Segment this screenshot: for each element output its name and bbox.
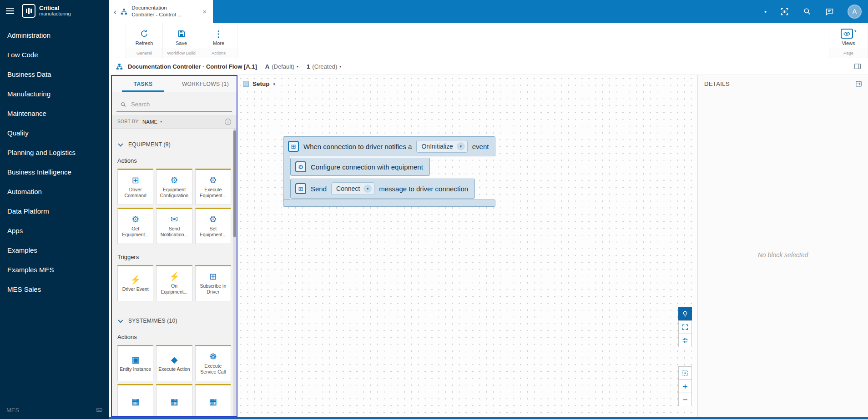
- search-icon[interactable]: [802, 7, 812, 16]
- back-chevron-icon[interactable]: ‹: [114, 7, 116, 16]
- task-card[interactable]: ▦: [195, 384, 231, 416]
- entity-instance-icon: ▣: [131, 355, 140, 364]
- panel-toggle-icon[interactable]: [853, 62, 862, 70]
- toolbar-group-general: Refresh General: [126, 23, 163, 58]
- task-card[interactable]: ▣Entity Instance: [117, 345, 153, 381]
- task-card-label: Get Equipment...: [118, 226, 153, 237]
- task-card[interactable]: ⚙Get Equipment...: [117, 208, 153, 244]
- set-equipment-icon: ⚙: [209, 215, 217, 224]
- task-card[interactable]: ⊞Subscribe in Driver: [195, 265, 231, 301]
- save-icon: [177, 29, 186, 39]
- task-card[interactable]: ✉Send Notification...: [156, 208, 192, 244]
- sidebar-item-apps[interactable]: Apps: [0, 221, 109, 240]
- chevron-down-icon: ▾: [297, 65, 298, 69]
- zoom-in-button[interactable]: +: [678, 379, 692, 393]
- close-icon[interactable]: ×: [201, 7, 208, 16]
- sidebar-item-manufacturing[interactable]: Manufacturing: [0, 84, 109, 104]
- group-title: Actions: [112, 151, 237, 169]
- block-spine: [283, 155, 290, 201]
- sidebar-item-examples[interactable]: Examples: [0, 240, 109, 260]
- version-selector[interactable]: A (Default) ▾: [265, 63, 298, 70]
- sidebar-item-administration[interactable]: Administration: [0, 25, 109, 45]
- flow-selector[interactable]: Setup ▾: [243, 80, 275, 87]
- section-header-equipment-9-[interactable]: EQUIPMENT (9): [112, 129, 237, 151]
- document-tab[interactable]: ‹ Documentation Controller - Control ...…: [109, 0, 213, 23]
- refresh-button[interactable]: Refresh: [126, 23, 162, 49]
- task-card[interactable]: ⚙Set Equipment...: [195, 208, 231, 244]
- refresh-label: Refresh: [136, 40, 153, 46]
- sidebar-item-examples-mes[interactable]: Examples MES: [0, 260, 109, 279]
- revision-value: 1: [307, 63, 310, 70]
- sidebar-item-business-data[interactable]: Business Data: [0, 65, 109, 84]
- chat-icon[interactable]: [825, 7, 834, 16]
- expand-panel-icon[interactable]: [855, 80, 863, 88]
- section-title: SYSTEM/MES (10): [128, 318, 177, 324]
- tasks-scrollbar-thumb[interactable]: [233, 130, 236, 237]
- task-card[interactable]: ☸Execute Service Call: [195, 345, 231, 381]
- scanner-icon[interactable]: [780, 7, 789, 16]
- task-card[interactable]: ◆Execute Action: [156, 345, 192, 381]
- tab-title-line1: Documentation: [131, 5, 197, 11]
- sidebar-item-maintenance[interactable]: Maintenance: [0, 104, 109, 123]
- trigger-block[interactable]: ⊞ When connection to driver notifies a O…: [283, 136, 495, 156]
- workflow-icon: [120, 8, 128, 15]
- task-card[interactable]: ⚙Execute Equipment...: [195, 169, 231, 205]
- task-card[interactable]: ⚡Driver Event: [117, 265, 153, 301]
- brand-light: manufacturing: [39, 11, 71, 17]
- zoom-out-button[interactable]: −: [678, 393, 692, 406]
- collapse-all-button[interactable]: [678, 334, 692, 347]
- tab-tasks[interactable]: TASKS: [112, 76, 174, 92]
- task-grid: ⚡Driver Event⚡On Equipment...⊞Subscribe …: [112, 265, 237, 301]
- sidebar-item-planning-and-logistics[interactable]: Planning and Logistics: [0, 143, 109, 162]
- on-equipment-icon: ⚡: [169, 272, 180, 281]
- workflow-canvas[interactable]: Setup ▾ ⊞ When connection to driver noti…: [237, 75, 697, 417]
- subscribe-in-driver-icon: ⊞: [209, 272, 217, 281]
- configure-connection-text: Configure connection with equipment: [311, 163, 423, 171]
- tasks-scrollbar[interactable]: [233, 129, 237, 416]
- fit-to-screen-button[interactable]: [678, 366, 692, 380]
- keyboard-icon[interactable]: [96, 406, 103, 414]
- hints-button[interactable]: [678, 307, 692, 321]
- sidebar-item-business-intelligence[interactable]: Business Intelligence: [0, 162, 109, 182]
- send-message-block[interactable]: ⊞ Send Connect ▾ message to driver conne…: [290, 179, 475, 199]
- trigger-block-text: When connection to driver notifies a: [303, 143, 412, 150]
- tasks-panel: TASKS WORKFLOWS (1) SORT BY: NAME ▾ i EQ: [111, 75, 237, 417]
- sidebar-item-automation[interactable]: Automation: [0, 182, 109, 201]
- task-card[interactable]: ▦: [117, 384, 153, 416]
- task-card[interactable]: ⊞Driver Command: [117, 169, 153, 205]
- canvas-tools: [678, 308, 692, 347]
- revision-selector[interactable]: 1 (Created) ▾: [307, 63, 341, 70]
- avatar[interactable]: A: [848, 5, 862, 19]
- expand-icon: [681, 324, 689, 331]
- sidebar-item-quality[interactable]: Quality: [0, 123, 109, 143]
- menu-icon[interactable]: [5, 5, 15, 16]
- app-logo[interactable]: Critical manufacturing: [22, 4, 71, 18]
- main-column: ‹ Documentation Controller - Control ...…: [109, 0, 868, 419]
- section-header-system-mes-10-[interactable]: SYSTEM/MES (10): [112, 305, 237, 328]
- trigger-event-dropdown[interactable]: OnInitialize ▾: [416, 140, 467, 153]
- tab-title-line2: Controller - Control ...: [131, 11, 197, 18]
- expand-all-button[interactable]: [678, 320, 692, 334]
- task-card[interactable]: ⚙Equipment Configuration: [156, 169, 192, 205]
- trigger-block-end[interactable]: [283, 200, 495, 207]
- info-icon[interactable]: i: [225, 119, 231, 125]
- version-value: A: [265, 63, 269, 70]
- save-button[interactable]: Save: [163, 23, 200, 49]
- tab-workflows[interactable]: WORKFLOWS (1): [174, 76, 237, 92]
- chevron-down-icon: ▾: [457, 142, 465, 150]
- sidebar-item-mes-sales[interactable]: MES Sales: [0, 279, 109, 299]
- sort-value[interactable]: NAME: [142, 119, 157, 125]
- task-card[interactable]: ▦: [156, 384, 192, 416]
- task-card[interactable]: ⚡On Equipment...: [156, 265, 192, 301]
- views-button[interactable]: ▾ Views: [829, 23, 868, 49]
- sidebar-item-data-platform[interactable]: Data Platform: [0, 201, 109, 221]
- more-button[interactable]: ⋮ More: [200, 23, 237, 49]
- configure-connection-block[interactable]: ⚙ Configure connection with equipment: [290, 158, 430, 176]
- group-title: Actions: [112, 328, 237, 345]
- content: TASKS WORKFLOWS (1) SORT BY: NAME ▾ i EQ: [109, 75, 868, 419]
- search-input[interactable]: [130, 100, 228, 108]
- sidebar-item-low-code[interactable]: Low Code: [0, 45, 109, 65]
- topbar-dropdown-icon[interactable]: ▾: [764, 9, 767, 14]
- save-label: Save: [176, 40, 187, 46]
- send-message-dropdown[interactable]: Connect ▾: [331, 182, 374, 195]
